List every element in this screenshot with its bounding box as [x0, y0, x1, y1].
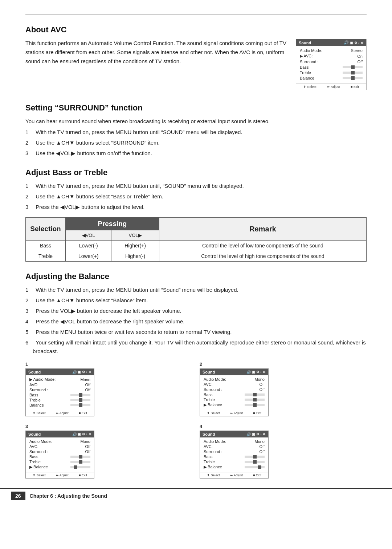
p3-audiomode-val: Mono	[80, 439, 90, 444]
p2-footer-select: ⬆ Select	[207, 411, 220, 415]
p1-bass: Bass	[29, 393, 90, 397]
surround-step-3: 3 Use the ◀VOL▶ buttons turn on/off the …	[25, 149, 367, 158]
adjust-bass-treble-section: Adjust Bass or Treble 1 With the TV turn…	[25, 168, 367, 262]
screen-panel-4: 4 Sound 🔊 ▣ ⚙ ♪ ⊕ Audi	[200, 424, 367, 479]
icon-b4: ⊕	[89, 370, 91, 374]
sound-box-4-title: Sound	[203, 432, 215, 436]
icon-4b1: ▣	[252, 432, 255, 436]
p3-surround-val: Off	[85, 449, 90, 454]
panel-3-number: 3	[25, 424, 192, 429]
surround-value: Off	[358, 60, 363, 64]
surround-intro: You can hear surround sound when stereo …	[25, 117, 367, 126]
screen-panel-1: 1 Sound 🔊 ▣ ⚙ ♪ ⊕ ▶ Au	[25, 362, 192, 416]
p2-treble-slider	[245, 399, 265, 401]
surround-steps: 1 With the TV turned on, press the MENU …	[25, 128, 367, 158]
screen-panel-3: 3 Sound 🔊 ▣ ⚙ ♪ ⊕ Audi	[25, 424, 192, 479]
p1-surround: Surround : Off	[29, 388, 90, 392]
footer-page-number: 26	[11, 492, 25, 500]
surround-step-2: 2 Use the ▲CH▼ buttons select “SURROUND”…	[25, 138, 367, 147]
balance-slider	[343, 77, 363, 79]
sound-menu-row-balance: Balance	[300, 76, 363, 80]
p1-balance-slider	[70, 404, 90, 406]
p1-avc: AVC: Off	[29, 383, 90, 387]
p1-balance-thumb	[79, 403, 82, 407]
sound-menu-header-avc: Sound 🔊 ▣ ⚙ ♪ ⊕	[296, 39, 366, 46]
sound-box-2-header: Sound 🔊 ▣ ⚙ ♪ ⊕	[200, 369, 268, 375]
p4-surround-label: Surround :	[204, 449, 222, 454]
bass-vol-right: Higher(+)	[111, 241, 159, 251]
p3-balance: ▶ Balance	[29, 465, 90, 469]
p4-treble-label: Treble	[204, 460, 215, 464]
sound-box-2: Sound 🔊 ▣ ⚙ ♪ ⊕ Audio Mode: Mono	[200, 368, 269, 416]
p3-treble: Treble	[29, 460, 90, 464]
sound-box-1: Sound 🔊 ▣ ⚙ ♪ ⊕ ▶ Audio Mode: Mono	[25, 368, 94, 416]
balance-step-2: 2 Use the ▲CH▼ buttons select “Balance” …	[25, 296, 367, 305]
p2-balance-label: ▶ Balance	[204, 403, 222, 407]
p2-treble: Treble	[204, 397, 265, 402]
adjust-steps: 1 With the TV turned on, press the MENU …	[25, 182, 367, 211]
bass-label: Bass	[300, 65, 309, 69]
table-row-bass: Bass Lower(-) Higher(+) Control the leve…	[26, 241, 367, 251]
p1-footer-adjust: ⬌ Adjust	[56, 411, 69, 415]
p1-treble-slider	[70, 399, 90, 401]
adjust-bass-treble-heading: Adjust Bass or Treble	[25, 168, 367, 177]
icon-b3: ♪	[86, 370, 88, 374]
p2-bass-thumb	[253, 393, 257, 396]
icon-b2: ⚙	[82, 370, 85, 374]
speaker-icon-1: 🔊	[72, 370, 77, 374]
table-subheader-vol-right: VOL▶	[111, 230, 159, 241]
sound-menu-footer-avc: ⬆ Select ⬌ Adjust ■ Exit	[296, 84, 366, 90]
p3-balance-thumb	[74, 465, 77, 469]
bass-slider	[343, 66, 363, 68]
sound-menu-row-audiomode: Audio Mode: Stereo	[300, 48, 363, 53]
p1-footer-select: ⬆ Select	[33, 411, 46, 415]
sound-box-2-icons: 🔊 ▣ ⚙ ♪ ⊕	[246, 370, 266, 374]
p3-balance-label: ▶ Balance	[29, 465, 48, 469]
audiomode-label: Audio Mode:	[300, 48, 322, 53]
sound-box-4-icons: 🔊 ▣ ⚙ ♪ ⊕	[246, 432, 266, 436]
treble-remark: Control the level of high tone component…	[159, 251, 366, 262]
sound-menu-box-avc: Sound 🔊 ▣ ⚙ ♪ ⊕ Audio Mode: Stereo	[296, 39, 367, 90]
surround-step-1: 1 With the TV turned on, press the MENU …	[25, 128, 367, 137]
p1-surround-label: Surround :	[29, 388, 48, 392]
sound-box-4-footer: ⬆ Select ⬌ Adjust ■ Exit	[200, 472, 268, 478]
balance-section: Adjusting the Balance 1 With the TV turn…	[25, 272, 367, 479]
icon-2b2: ⚙	[256, 370, 259, 374]
p3-footer-adjust: ⬌ Adjust	[56, 473, 69, 477]
speaker-icon: 🔊	[344, 40, 349, 45]
p1-audiomode-val: Mono	[80, 378, 90, 382]
p2-footer-exit: ■ Exit	[253, 411, 261, 415]
about-avc-section: About AVC Sound 🔊 ▣ ⚙ ♪ ⊕ Audio Mode:	[25, 25, 367, 93]
p4-surround-val: Off	[260, 449, 265, 454]
sound-menu-title-avc: Sound	[299, 41, 311, 45]
p2-balance-slider	[245, 404, 265, 406]
p3-surround-label: Surround :	[29, 449, 48, 454]
icon-3b2: ⚙	[82, 432, 85, 436]
panel-2-number: 2	[200, 362, 367, 367]
p1-bass-label: Bass	[29, 393, 38, 397]
footer-chapter-text: Chapter 6 : Adjusting the Sound	[30, 493, 107, 499]
p4-treble: Treble	[204, 460, 265, 464]
menu-icon-3: ♪	[358, 41, 360, 45]
speaker-icon-2: 🔊	[246, 370, 251, 374]
p1-treble-label: Treble	[29, 398, 41, 402]
table-header-pressing: Pressing	[66, 218, 159, 230]
p4-bass-thumb	[253, 455, 257, 459]
icon-b1: ▣	[78, 370, 81, 374]
p1-footer-exit: ■ Exit	[79, 411, 87, 415]
treble-slider-thumb	[351, 71, 355, 74]
sound-box-2-body: Audio Mode: Mono AVC: Off Surround : Off	[200, 375, 268, 410]
treble-vol-left: Lower(+)	[66, 251, 111, 262]
p3-balance-slider	[70, 466, 90, 468]
p2-treble-thumb	[253, 398, 257, 401]
p2-surround: Surround : Off	[204, 387, 265, 392]
speaker-icon-4: 🔊	[246, 432, 251, 436]
sound-box-3-footer: ⬆ Select ⬌ Adjust ■ Exit	[26, 472, 94, 478]
p2-audiomode: Audio Mode: Mono	[204, 377, 265, 382]
balance-steps: 1 With the TV turned on, press the MENU …	[25, 286, 367, 356]
p1-audiomode: ▶ Audio Mode: Mono	[29, 377, 90, 382]
table-header-remark: Remark	[159, 218, 366, 241]
menu-icon-1: ▣	[350, 41, 353, 45]
p3-audiomode-label: Audio Mode:	[29, 439, 52, 444]
icon-2b1: ▣	[252, 370, 255, 374]
